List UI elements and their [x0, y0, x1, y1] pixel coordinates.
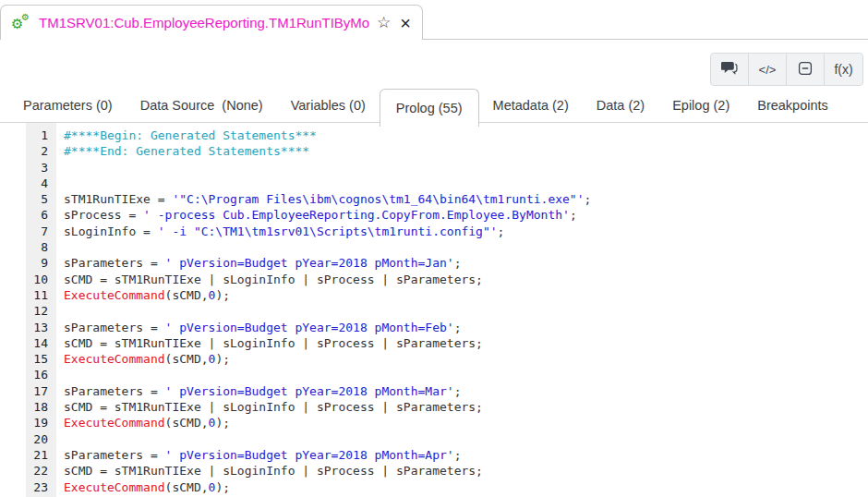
code-text[interactable]: sCMD = sTM1RunTIExe | sLoginInfo | sProc… [56, 399, 868, 415]
token-plain: sParameters = [64, 256, 165, 270]
code-text[interactable] [56, 160, 868, 176]
code-line[interactable]: 14sCMD = sTM1RunTIExe | sLoginInfo | sPr… [0, 335, 868, 351]
code-line[interactable]: 13sParameters = ' pVersion=Budget pYear=… [0, 320, 868, 335]
line-number[interactable]: 13 [0, 320, 56, 335]
code-text[interactable]: ExecuteCommand(sCMD,0); [56, 415, 868, 430]
line-number[interactable]: 2 [0, 143, 56, 159]
code-line[interactable]: 4 [0, 176, 868, 191]
code-line[interactable]: 18sCMD = sTM1RunTIExe | sLoginInfo | sPr… [0, 399, 868, 415]
code-text[interactable]: ExecuteCommand(sCMD,0); [56, 287, 868, 303]
line-number[interactable]: 19 [0, 415, 56, 430]
code-line[interactable]: 20 [0, 431, 868, 447]
code-line[interactable]: 1#****Begin: Generated Statements*** [0, 127, 868, 143]
line-number[interactable]: 6 [0, 207, 56, 223]
tab-parameters-0[interactable]: Parameters (0) [9, 90, 127, 122]
code-line[interactable]: 19ExecuteCommand(sCMD,0); [0, 415, 868, 430]
code-line[interactable]: 6sProcess = ' -process Cub.EmployeeRepor… [0, 207, 868, 223]
code-line[interactable]: 5sTM1RunTIExe = '"C:\Program Files\ibm\c… [0, 191, 868, 207]
editor-toolbar: </> f(x) [710, 53, 863, 86]
token-string: ' -i "C:\TM1\tm1srv01\Scripts\tm1runti.c… [158, 224, 498, 238]
code-line[interactable]: 2#****End: Generated Statements**** [0, 143, 868, 159]
token-plain: sTM1RunTIExe = [64, 192, 172, 206]
tab-variables-0[interactable]: Variables (0) [277, 90, 380, 122]
line-number[interactable]: 14 [0, 335, 56, 351]
line-number[interactable]: 9 [0, 255, 56, 271]
line-number[interactable]: 1 [0, 127, 56, 143]
line-number[interactable]: 15 [0, 351, 56, 367]
tab-data-source-none[interactable]: Data Source (None) [127, 90, 277, 122]
token-plain: ; [498, 224, 505, 238]
token-plain: sCMD = sTM1RunTIExe | sLoginInfo | sProc… [64, 400, 483, 414]
line-number[interactable]: 4 [0, 176, 56, 191]
code-line[interactable]: 21sParameters = ' pVersion=Budget pYear=… [0, 447, 868, 463]
code-text[interactable]: #****Begin: Generated Statements*** [56, 127, 868, 143]
line-number[interactable]: 22 [0, 463, 56, 479]
code-text[interactable] [56, 367, 868, 382]
close-tab-icon[interactable]: × [400, 14, 411, 32]
tab-data-2[interactable]: Data (2) [583, 90, 658, 122]
section-tab-bar: Parameters (0)Data Source (None)Variable… [0, 89, 868, 123]
tab-metadata-2[interactable]: Metadata (2) [479, 90, 583, 122]
token-plain: sProcess = [64, 208, 143, 222]
code-text[interactable]: ExecuteCommand(sCMD,0); [56, 351, 868, 367]
code-text[interactable]: sParameters = ' pVersion=Budget pYear=20… [56, 255, 868, 271]
function-helper-button[interactable]: f(x) [825, 54, 862, 85]
code-text[interactable]: sProcess = ' -process Cub.EmployeeReport… [56, 207, 868, 223]
tab-prolog-55[interactable]: Prolog (55) [380, 89, 479, 127]
code-line[interactable]: 9sParameters = ' pVersion=Budget pYear=2… [0, 255, 868, 271]
line-number[interactable]: 7 [0, 224, 56, 239]
token-plain: sParameters = [64, 448, 165, 462]
code-text[interactable]: sCMD = sTM1RunTIExe | sLoginInfo | sProc… [56, 272, 868, 287]
line-number[interactable]: 16 [0, 367, 56, 382]
code-text[interactable]: sCMD = sTM1RunTIExe | sLoginInfo | sProc… [56, 335, 868, 351]
code-text[interactable]: #****End: Generated Statements**** [56, 143, 868, 159]
line-number[interactable]: 3 [0, 160, 56, 176]
line-number[interactable]: 17 [0, 383, 56, 399]
line-number[interactable]: 5 [0, 191, 56, 207]
code-line[interactable]: 16 [0, 367, 868, 382]
token-plain: ; [585, 192, 592, 206]
line-number[interactable]: 8 [0, 239, 56, 255]
comments-button[interactable] [711, 54, 749, 85]
code-text[interactable]: sCMD = sTM1RunTIExe | sLoginInfo | sProc… [56, 463, 868, 479]
tab-epilog-2[interactable]: Epilog (2) [658, 90, 743, 122]
code-text[interactable]: sParameters = ' pVersion=Budget pYear=20… [56, 447, 868, 463]
line-number[interactable]: 12 [0, 303, 56, 319]
code-text[interactable] [56, 239, 868, 255]
code-text[interactable] [56, 303, 868, 319]
line-number[interactable]: 23 [0, 479, 56, 495]
line-number[interactable]: 20 [0, 431, 56, 447]
token-plain: sParameters = [64, 321, 165, 334]
line-number[interactable]: 11 [0, 287, 56, 303]
code-line[interactable]: 17sParameters = ' pVersion=Budget pYear=… [0, 383, 868, 399]
token-comment: #****End: Generated Statements**** [64, 144, 309, 158]
code-editor[interactable]: 1#****Begin: Generated Statements***2#**… [0, 123, 868, 497]
code-line[interactable]: 22sCMD = sTM1RunTIExe | sLoginInfo | sPr… [0, 463, 868, 479]
code-line[interactable]: 15ExecuteCommand(sCMD,0); [0, 351, 868, 367]
code-line[interactable]: 23ExecuteCommand(sCMD,0); [0, 479, 868, 495]
code-text[interactable]: ExecuteCommand(sCMD,0); [56, 479, 868, 495]
line-number[interactable]: 21 [0, 447, 56, 463]
tab-breakpoints[interactable]: Breakpoints [743, 90, 842, 122]
token-string: ' -process Cub.EmployeeReporting.CopyFro… [143, 208, 570, 222]
favorite-star-icon[interactable]: ☆ [377, 15, 391, 30]
code-line[interactable]: 8 [0, 239, 868, 255]
code-text[interactable]: sLoginInfo = ' -i "C:\TM1\tm1srv01\Scrip… [56, 224, 868, 239]
code-line[interactable]: 3 [0, 160, 868, 176]
token-plain: ); [215, 416, 230, 430]
code-line[interactable]: 10sCMD = sTM1RunTIExe | sLoginInfo | sPr… [0, 272, 868, 287]
line-number[interactable]: 10 [0, 272, 56, 287]
code-text[interactable]: sTM1RunTIExe = '"C:\Program Files\ibm\co… [56, 191, 868, 207]
document-tab[interactable]: ⚙ ⚙ TM1SRV01:Cub.EmployeeReporting.TM1Ru… [0, 5, 423, 40]
line-number[interactable]: 18 [0, 399, 56, 415]
code-line[interactable]: 11ExecuteCommand(sCMD,0); [0, 287, 868, 303]
code-line[interactable]: 12 [0, 303, 868, 319]
code-text[interactable]: sParameters = ' pVersion=Budget pYear=20… [56, 320, 868, 335]
code-text[interactable] [56, 176, 868, 191]
code-text[interactable]: sParameters = ' pVersion=Budget pYear=20… [56, 383, 868, 399]
code-view-button[interactable]: </> [749, 54, 787, 85]
token-plain: sParameters = [64, 384, 165, 398]
collapse-sections-button[interactable] [787, 54, 825, 85]
code-line[interactable]: 7sLoginInfo = ' -i "C:\TM1\tm1srv01\Scri… [0, 224, 868, 239]
code-text[interactable] [56, 431, 868, 447]
